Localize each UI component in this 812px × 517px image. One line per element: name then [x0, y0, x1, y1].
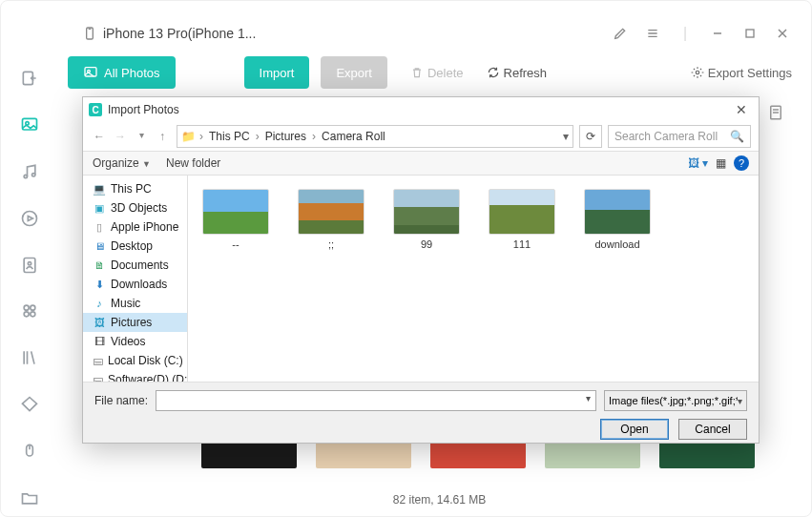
search-icon: 🔍	[730, 130, 744, 143]
gear-icon	[691, 66, 704, 79]
tree-node[interactable]: 🗎Documents	[83, 256, 187, 275]
tree-node[interactable]: ♪Music	[83, 294, 187, 313]
crumb-pictures[interactable]: Pictures	[263, 130, 308, 143]
delete-label: Delete	[427, 66, 464, 80]
tree-node[interactable]: 🖼Pictures	[83, 313, 187, 332]
refresh-button[interactable]: Refresh	[487, 66, 548, 80]
device-selector[interactable]: iPhone 13 Pro(iPhone 1...	[82, 26, 256, 41]
window-controls: |	[611, 24, 792, 43]
help-button[interactable]: ?	[734, 155, 749, 171]
all-photos-label: All Photos	[104, 66, 160, 80]
forward-button[interactable]: →	[112, 130, 129, 143]
back-button[interactable]: ←	[91, 130, 108, 143]
tree-node-label: Apple iPhone	[111, 220, 178, 234]
tree-node[interactable]: 🖴Software(D) (D:)	[83, 370, 187, 382]
tree-node-icon: ▣	[93, 202, 106, 214]
phone-icon	[82, 26, 97, 41]
main-toolbar: All Photos Import Export Delete Refresh …	[68, 53, 792, 92]
dialog-titlebar: C Import Photos ✕	[83, 97, 759, 122]
menu-icon[interactable]	[643, 24, 662, 43]
nav-books-icon[interactable]	[14, 343, 45, 373]
tree-node-icon: 🎞	[93, 336, 106, 347]
device-name: iPhone 13 Pro(iPhone 1...	[103, 26, 256, 41]
up-button[interactable]: ↑	[154, 130, 171, 143]
search-placeholder: Search Camera Roll	[614, 130, 718, 143]
svg-rect-20	[746, 30, 754, 37]
file-item[interactable]: download	[579, 189, 656, 250]
export-button[interactable]: Export	[321, 56, 387, 89]
file-label: 99	[421, 238, 432, 250]
file-item[interactable]: --	[198, 189, 274, 250]
nav-tag-icon[interactable]	[14, 390, 45, 420]
status-bar: 82 item, 14.61 MB	[68, 493, 811, 507]
file-name-dropdown[interactable]: ▾	[586, 393, 591, 403]
top-bar: iPhone 13 Pro(iPhone 1... |	[82, 22, 792, 45]
file-pane[interactable]: --;;99111download	[188, 176, 759, 382]
svg-point-3	[24, 175, 27, 177]
tree-node-icon: 💻	[93, 183, 106, 195]
tree-node[interactable]: 🖥Desktop	[83, 237, 187, 256]
close-button[interactable]	[773, 24, 792, 43]
file-item[interactable]: ;;	[293, 189, 369, 250]
file-name-input[interactable]	[156, 390, 596, 411]
file-thumbnail	[584, 189, 651, 235]
maximize-button[interactable]	[740, 24, 760, 43]
tree-node[interactable]: ▯Apple iPhone	[83, 217, 187, 237]
tree-node[interactable]: ▣3D Objects	[83, 198, 187, 217]
edit-icon[interactable]	[611, 24, 630, 43]
file-type-select[interactable]: Image files(*.jpg;*.png;*.gif;*.m ▾	[604, 390, 747, 411]
tree-node-label: Local Disk (C:)	[108, 354, 183, 367]
nav-mouse-icon[interactable]	[14, 436, 45, 465]
tree-node[interactable]: 🖴Local Disk (C:)	[83, 351, 187, 370]
breadcrumb[interactable]: 📁 › This PC › Pictures › Camera Roll ▾	[177, 125, 573, 148]
crumb-this-pc[interactable]: This PC	[207, 130, 252, 143]
cancel-button[interactable]: Cancel	[678, 419, 747, 440]
file-thumbnail	[298, 189, 364, 235]
image-icon	[83, 65, 98, 80]
tree-node-icon: 🖥	[93, 240, 106, 252]
breadcrumb-dropdown[interactable]: ▾	[563, 130, 569, 143]
file-item[interactable]: 111	[484, 189, 560, 250]
tree-node-label: Pictures	[111, 316, 152, 329]
import-button[interactable]: Import	[244, 56, 310, 89]
organize-menu[interactable]: Organize ▼	[93, 156, 151, 170]
file-thumbnail	[202, 189, 269, 235]
page-icon[interactable]	[767, 104, 784, 125]
export-settings-label: Export Settings	[708, 66, 792, 80]
recent-dropdown[interactable]: ▾	[133, 130, 150, 143]
file-name-label: File name:	[94, 394, 148, 407]
svg-point-8	[24, 306, 29, 311]
crumb-camera-roll[interactable]: Camera Roll	[320, 130, 387, 143]
new-folder-button[interactable]: New folder	[166, 156, 220, 170]
nav-video-icon[interactable]	[14, 203, 45, 233]
tree-node[interactable]: 🎞Videos	[83, 332, 187, 351]
tree-node-icon: 🖴	[93, 374, 103, 382]
minimize-button[interactable]	[708, 24, 727, 43]
file-label: download	[594, 238, 639, 250]
export-settings-button[interactable]: Export Settings	[691, 66, 792, 80]
nav-photos-icon[interactable]	[14, 111, 45, 140]
file-thumbnail	[489, 189, 555, 235]
address-refresh-button[interactable]: ⟳	[579, 125, 602, 148]
view-icons-button[interactable]: 🖼 ▾	[688, 156, 708, 170]
left-nav	[1, 54, 58, 512]
tree-node[interactable]: ⬇Downloads	[83, 275, 187, 294]
tree-node[interactable]: 💻This PC	[83, 179, 187, 198]
dialog-toolbar: Organize ▼ New folder 🖼 ▾ ▦ ?	[83, 151, 759, 176]
nav-export-icon[interactable]	[14, 64, 45, 93]
folder-tree[interactable]: 💻This PC▣3D Objects▯Apple iPhone🖥Desktop…	[83, 176, 188, 382]
delete-button[interactable]: Delete	[410, 66, 464, 80]
nav-contacts-icon[interactable]	[14, 250, 45, 279]
nav-apps-icon[interactable]	[14, 297, 45, 326]
nav-music-icon[interactable]	[14, 157, 45, 187]
nav-folder-icon[interactable]	[14, 483, 45, 512]
dialog-close-button[interactable]: ✕	[730, 102, 753, 117]
open-button[interactable]: Open	[600, 419, 669, 440]
view-details-button[interactable]: ▦	[716, 156, 726, 170]
svg-point-5	[23, 211, 37, 225]
search-input[interactable]: Search Camera Roll 🔍	[608, 125, 751, 148]
import-dialog: C Import Photos ✕ ← → ▾ ↑ 📁 › This PC › …	[82, 96, 760, 444]
file-item[interactable]: 99	[388, 189, 465, 250]
tree-node-label: Videos	[111, 335, 145, 348]
all-photos-button[interactable]: All Photos	[68, 56, 176, 89]
